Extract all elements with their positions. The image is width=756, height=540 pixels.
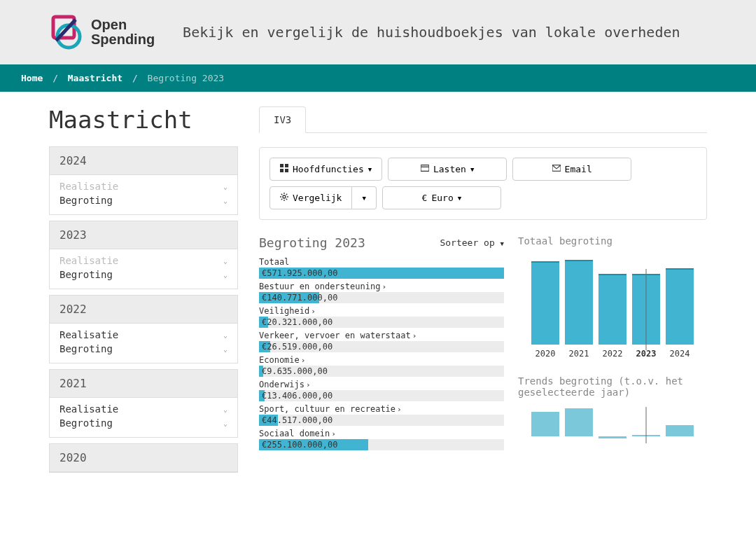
euro-button[interactable]: € Euro ▼ <box>382 186 501 209</box>
grid-icon <box>280 164 288 174</box>
bar-value: €255.100.000,00 <box>262 440 337 450</box>
chart-bar[interactable] <box>531 262 559 345</box>
chart-totaal-begroting <box>518 254 707 345</box>
caret-icon: ▼ <box>368 166 372 173</box>
svg-line-16 <box>286 199 287 200</box>
chart-bar[interactable] <box>565 261 593 345</box>
chevron-down-icon: ⌄ <box>223 331 227 339</box>
chart-bar[interactable] <box>632 275 660 345</box>
svg-rect-5 <box>280 169 284 172</box>
vergelijk-dropdown[interactable]: ▼ <box>352 186 376 209</box>
bar-value: €26.519.000,00 <box>262 342 332 352</box>
chevron-right-icon: › <box>412 331 417 340</box>
vergelijk-group: Vergelijk ▼ <box>270 186 377 209</box>
chart-trends-begroting <box>518 405 707 468</box>
email-button[interactable]: Email <box>512 158 631 181</box>
chart-bar[interactable] <box>666 425 694 436</box>
bar-row[interactable]: Onderwijs›€13.406.000,00 <box>259 380 504 401</box>
bar-row[interactable]: Verkeer, vervoer en waterstaat›€26.519.0… <box>259 331 504 352</box>
breadcrumb-gov[interactable]: Maastricht <box>68 73 122 83</box>
chart2-title: Trends begroting (t.o.v. het geselecteer… <box>518 375 707 398</box>
bar-row[interactable]: Veiligheid›€20.321.000,00 <box>259 306 504 328</box>
chevron-down-icon: ⌄ <box>223 271 227 279</box>
chevron-right-icon: › <box>331 429 336 438</box>
svg-point-10 <box>283 195 286 198</box>
chart-bar[interactable] <box>598 275 626 345</box>
bar-row[interactable]: Sociaal domein›€255.100.000,00 <box>259 429 504 450</box>
year-item[interactable]: Realisatie⌄ <box>59 402 227 416</box>
bar-total[interactable]: Totaal €571.925.000,00 <box>259 257 504 279</box>
chevron-down-icon: ⌄ <box>223 257 227 265</box>
hoofdfuncties-button[interactable]: Hoofdfuncties ▼ <box>270 158 382 181</box>
card-icon <box>421 164 429 174</box>
chart-bar[interactable] <box>531 412 559 436</box>
header: Open Spending Bekijk en vergelijk de hui… <box>0 0 756 64</box>
year-panel: 2022Realisatie⌄Begroting⌄ <box>49 295 238 364</box>
toolbar: Hoofdfuncties ▼ Lasten ▼ Email <box>259 147 707 220</box>
bar-row[interactable]: Bestuur en ondersteuning›€140.771.000,00 <box>259 282 504 303</box>
year-heading[interactable]: 2020 <box>50 444 237 472</box>
chart-bar[interactable] <box>598 436 626 438</box>
bar-value: €13.406.000,00 <box>262 391 332 401</box>
year-heading[interactable]: 2023 <box>50 221 237 249</box>
year-item: Realisatie⌄ <box>59 254 227 268</box>
year-heading[interactable]: 2022 <box>50 296 237 324</box>
bar-label: Veiligheid› <box>259 306 504 316</box>
bar-row[interactable]: Economie›€9.635.000,00 <box>259 355 504 377</box>
main: IV3 Hoofdfuncties ▼ Lasten ▼ <box>259 106 707 478</box>
tab-iv3[interactable]: IV3 <box>259 106 306 133</box>
brand-text-1: Open <box>91 18 155 32</box>
caret-icon: ▼ <box>470 166 474 173</box>
caret-icon: ▼ <box>500 240 504 247</box>
bar-label: Onderwijs› <box>259 380 504 389</box>
bar-row[interactable]: Sport, cultuur en recreatie›€44.517.000,… <box>259 404 504 426</box>
chevron-down-icon: ⌄ <box>223 345 227 353</box>
brand-text-2: Spending <box>91 32 155 47</box>
svg-rect-7 <box>421 165 429 172</box>
year-item[interactable]: Begroting⌄ <box>59 416 227 430</box>
bar-label: Totaal <box>259 257 504 267</box>
chart-bar[interactable] <box>666 269 694 345</box>
bar-value: €44.517.000,00 <box>262 415 332 425</box>
chevron-right-icon: › <box>382 282 386 291</box>
year-item[interactable]: Begroting⌄ <box>59 193 227 207</box>
chart-axis-label: 2023 <box>632 349 660 359</box>
bar-value: €20.321.000,00 <box>262 317 332 327</box>
euro-icon: € <box>422 193 428 203</box>
svg-line-18 <box>286 194 287 195</box>
sort-dropdown[interactable]: Sorteer op ▼ <box>440 237 504 248</box>
chart1-title: Totaal begroting <box>518 235 707 247</box>
breadcrumb-home[interactable]: Home <box>21 73 43 83</box>
chart-axis-label: 2020 <box>531 349 559 359</box>
caret-icon: ▼ <box>362 195 365 202</box>
year-panel: 2024Realisatie⌄Begroting⌄ <box>49 146 238 215</box>
bar-value: €140.771.000,00 <box>262 293 337 303</box>
year-item[interactable]: Begroting⌄ <box>59 342 227 356</box>
chart-axis-label: 2022 <box>598 349 626 359</box>
year-item[interactable]: Realisatie⌄ <box>59 328 227 342</box>
page-title: Maastricht <box>49 106 238 134</box>
svg-rect-3 <box>280 164 284 167</box>
year-heading[interactable]: 2024 <box>50 147 237 175</box>
section-title: Begroting 2023 <box>259 235 365 250</box>
year-panel: 2023Realisatie⌄Begroting⌄ <box>49 221 238 289</box>
year-item[interactable]: Begroting⌄ <box>59 268 227 282</box>
tabs: IV3 <box>259 106 707 133</box>
brand-logo[interactable]: Open Spending <box>49 14 155 50</box>
bar-label: Sociaal domein› <box>259 429 504 438</box>
year-heading[interactable]: 2021 <box>50 370 237 398</box>
vergelijk-button[interactable]: Vergelijk <box>270 186 352 209</box>
year-panel: 2021Realisatie⌄Begroting⌄ <box>49 369 238 438</box>
chart-bar[interactable] <box>565 408 593 436</box>
chevron-right-icon: › <box>306 380 311 389</box>
chart-axis-label: 2024 <box>666 349 694 359</box>
tagline: Bekijk en vergelijk de huishoudboekjes v… <box>183 23 680 41</box>
chart1-axis-labels: 20202021202220232024 <box>518 349 707 359</box>
bar-label: Economie› <box>259 355 504 365</box>
chart-bar[interactable] <box>632 435 660 436</box>
mail-icon <box>552 164 561 174</box>
lasten-button[interactable]: Lasten ▼ <box>388 158 507 181</box>
svg-line-15 <box>281 194 282 195</box>
bar-value: €571.925.000,00 <box>262 268 337 278</box>
bar-value: €9.635.000,00 <box>262 366 328 376</box>
